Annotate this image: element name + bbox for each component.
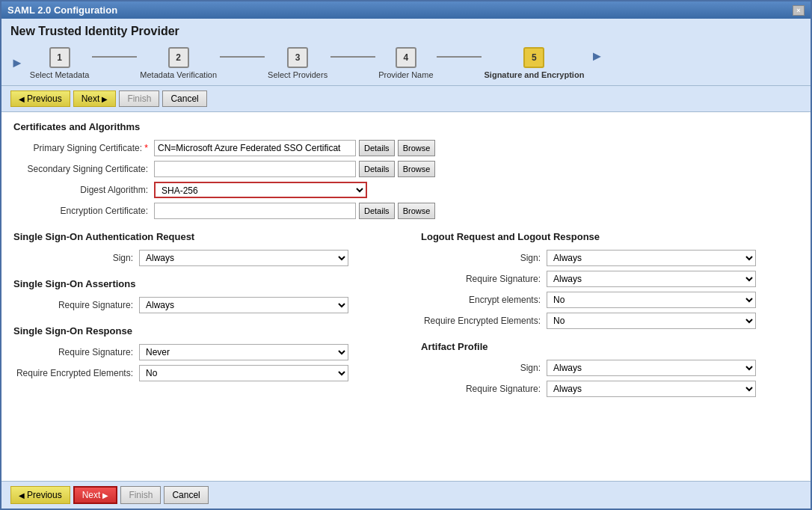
primary-signing-input[interactable]	[154, 140, 356, 156]
secondary-signing-input[interactable]	[154, 161, 356, 177]
certificates-section: Certificates and Algorithms Primary Sign…	[13, 121, 799, 219]
step-label-1: Select Metadata	[30, 70, 90, 79]
bottom-next-arrow-icon: ▶	[102, 491, 108, 500]
close-button[interactable]: ×	[793, 5, 805, 16]
wizard-step-2[interactable]: 2 Metadata Verification	[140, 47, 217, 79]
bottom-cancel-button[interactable]: Cancel	[164, 486, 208, 504]
previous-arrow-icon: ◀	[19, 95, 25, 103]
step-circle-1: 1	[49, 47, 70, 68]
digest-algorithm-label: Digest Algorithm:	[13, 185, 148, 195]
right-column: Logout Request and Logout Response Sign:…	[421, 231, 799, 397]
logout-require-encrypted-select[interactable]: No Yes	[547, 313, 756, 329]
step-circle-5: 5	[523, 47, 544, 68]
top-cancel-button[interactable]: Cancel	[162, 90, 206, 107]
sso-auth-section: Single Sign-On Authentication Request Si…	[13, 231, 391, 266]
step-label-5: Signature and Encryption	[485, 70, 585, 79]
sso-response-title: Single Sign-On Response	[13, 325, 391, 337]
logout-sign-label: Sign:	[421, 253, 541, 263]
bottom-finish-button[interactable]: Finish	[120, 486, 161, 504]
content-area: New Trusted Identity Provider ► 1 Select…	[1, 19, 811, 509]
encryption-details-button[interactable]: Details	[359, 203, 395, 219]
wizard-connector-1	[92, 56, 137, 58]
logout-title: Logout Request and Logout Response	[421, 231, 799, 242]
sso-auth-form: Sign: Always Never Optional	[13, 250, 391, 266]
sso-auth-sign-select[interactable]: Always Never Optional	[139, 250, 348, 266]
top-toolbar: ◀ Previous Next ▶ Finish Cancel	[1, 85, 811, 112]
top-finish-button[interactable]: Finish	[119, 90, 159, 107]
sso-response-encrypted-select[interactable]: No Yes	[139, 365, 348, 381]
primary-signing-label: Primary Signing Certificate:	[13, 143, 148, 153]
logout-require-sig-label: Require Signature:	[421, 274, 541, 284]
sso-response-form: Require Signature: Never Always Optional…	[13, 344, 391, 381]
logout-require-sig-select[interactable]: Always Never Optional	[547, 271, 756, 287]
bottom-previous-arrow-icon: ◀	[19, 491, 25, 500]
sso-assertions-title: Single Sign-On Assertions	[13, 278, 391, 289]
secondary-signing-label: Secondary Signing Certificate:	[13, 164, 148, 174]
window-title: SAML 2.0 Configuration	[7, 4, 117, 16]
logout-encrypt-label: Encrypt elements:	[421, 295, 541, 305]
wizard-step-3[interactable]: 3 Select Providers	[268, 47, 327, 79]
wizard-connector-4	[437, 56, 482, 58]
wizard-step-5[interactable]: 5 Signature and Encryption	[485, 47, 585, 79]
step-circle-4: 4	[396, 47, 416, 68]
step-label-4: Provider Name	[378, 70, 433, 79]
step-circle-2: 2	[168, 47, 189, 68]
main-window: SAML 2.0 Configuration × New Trusted Ide…	[0, 0, 812, 510]
artifact-section: Artifact Profile Sign: Always Never Opti…	[421, 341, 799, 397]
primary-details-button[interactable]: Details	[359, 140, 395, 156]
sso-assertions-form: Require Signature: Always Never Optional	[13, 297, 391, 313]
bottom-previous-button[interactable]: ◀ Previous	[10, 486, 70, 504]
sso-assertions-require-label: Require Signature:	[13, 300, 133, 310]
primary-signing-row: Details Browse	[154, 140, 447, 156]
wizard-step-1[interactable]: 1 Select Metadata	[30, 47, 90, 79]
step-circle-3: 3	[287, 47, 308, 68]
wizard-connector-3	[330, 56, 375, 58]
logout-encrypt-select[interactable]: No Yes	[547, 292, 756, 308]
two-column-layout: Single Sign-On Authentication Request Si…	[13, 231, 799, 397]
top-next-button[interactable]: Next ▶	[73, 90, 117, 107]
step-label-3: Select Providers	[268, 70, 327, 79]
sso-assertions-require-select[interactable]: Always Never Optional	[139, 297, 348, 313]
certificates-title: Certificates and Algorithms	[13, 121, 799, 132]
digest-algorithm-select[interactable]: SHA-256 SHA-1 SHA-384 SHA-512	[154, 182, 367, 198]
page-title: New Trusted Identity Provider	[1, 19, 811, 41]
encryption-cert-row: Details Browse	[154, 203, 447, 219]
artifact-sign-select[interactable]: Always Never Optional	[547, 360, 756, 376]
wizard-steps: ► 1 Select Metadata 2 Metadata Verificat…	[1, 41, 811, 85]
sso-response-section: Single Sign-On Response Require Signatur…	[13, 325, 391, 381]
top-previous-button[interactable]: ◀ Previous	[10, 90, 70, 107]
wizard-start-arrow: ►	[10, 55, 24, 71]
artifact-form: Sign: Always Never Optional Require Sign…	[421, 360, 799, 397]
title-bar-controls: ×	[793, 5, 805, 16]
sso-auth-sign-label: Sign:	[13, 253, 133, 263]
artifact-title: Artifact Profile	[421, 341, 799, 352]
sso-assertions-section: Single Sign-On Assertions Require Signat…	[13, 278, 391, 313]
logout-sign-select[interactable]: Always Never Optional	[547, 250, 756, 266]
logout-require-encrypted-label: Require Encrypted Elements:	[421, 316, 541, 326]
main-content: Certificates and Algorithms Primary Sign…	[1, 112, 811, 481]
logout-section: Logout Request and Logout Response Sign:…	[421, 231, 799, 329]
sso-response-require-select[interactable]: Never Always Optional	[139, 344, 348, 360]
title-bar: SAML 2.0 Configuration ×	[1, 1, 811, 19]
secondary-browse-button[interactable]: Browse	[398, 161, 436, 177]
bottom-toolbar: ◀ Previous Next ▶ Finish Cancel	[1, 481, 811, 509]
artifact-require-select[interactable]: Always Never Optional	[547, 381, 756, 397]
encryption-browse-button[interactable]: Browse	[398, 203, 436, 219]
secondary-details-button[interactable]: Details	[359, 161, 395, 177]
encryption-cert-label: Encryption Certificate:	[13, 206, 148, 216]
wizard-end-arrow: ►	[590, 49, 603, 64]
encryption-cert-input[interactable]	[154, 203, 356, 219]
sso-auth-title: Single Sign-On Authentication Request	[13, 231, 391, 242]
sso-response-encrypted-label: Require Encrypted Elements:	[13, 368, 133, 378]
wizard-step-4[interactable]: 4 Provider Name	[378, 47, 433, 79]
certificates-form: Primary Signing Certificate: Details Bro…	[13, 140, 447, 219]
left-column: Single Sign-On Authentication Request Si…	[13, 231, 391, 397]
secondary-signing-row: Details Browse	[154, 161, 447, 177]
artifact-require-label: Require Signature:	[421, 384, 541, 394]
sso-response-require-label: Require Signature:	[13, 347, 133, 357]
primary-browse-button[interactable]: Browse	[398, 140, 436, 156]
wizard-connector-2	[220, 56, 265, 58]
bottom-next-button[interactable]: Next ▶	[73, 486, 118, 504]
artifact-sign-label: Sign:	[421, 363, 541, 373]
logout-form: Sign: Always Never Optional Require Sign…	[421, 250, 799, 329]
